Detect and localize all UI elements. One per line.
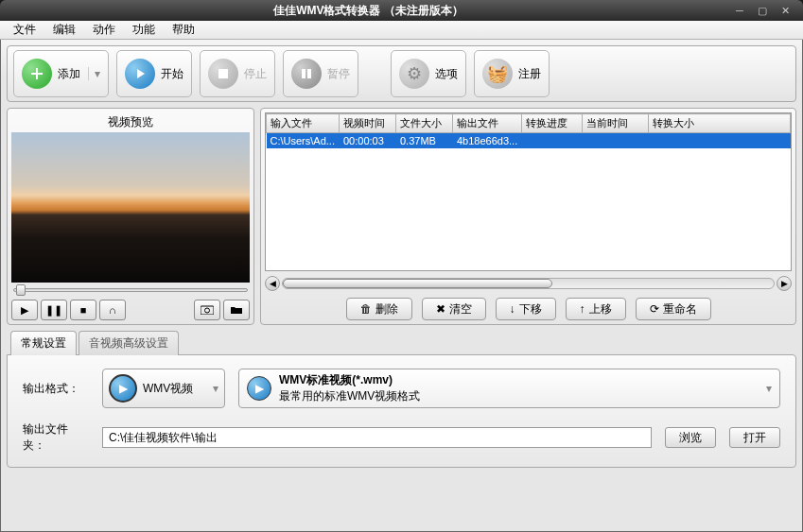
player-loop-button[interactable]: ∩ [99,300,126,320]
horizontal-scrollbar[interactable]: ◀ ▶ [265,275,792,292]
cell-size: 0.37MB [395,133,452,149]
menu-help[interactable]: 帮助 [165,20,202,40]
cell-duration: 00:00:03 [339,133,395,149]
x-icon: ✖ [436,302,445,316]
middle-area: 视频预览 ▶ ❚❚ ■ ∩ 输入文件 视频时间 [7,108,796,325]
window-title: 佳佳WMV格式转换器 （未注册版本） [8,3,729,19]
cell-output: 4b18e66d3... [452,133,521,149]
add-label: 添加 [58,66,80,82]
settings-panel: 输出格式： ▶ WMV视频 ▾ ▶ WMV标准视频(*.wmv) 最常用的标准W… [7,354,796,468]
col-progress[interactable]: 转换进度 [522,114,583,133]
seek-thumb[interactable] [16,284,26,296]
format-dropdown[interactable]: ▶ WMV视频 ▾ [102,369,225,408]
menu-function[interactable]: 功能 [125,20,163,40]
play-icon: ▶ [109,374,137,403]
scroll-right-button[interactable]: ▶ [777,276,792,291]
scroll-left-button[interactable]: ◀ [265,276,280,291]
tab-general[interactable]: 常规设置 [10,331,77,355]
open-button[interactable]: 打开 [729,427,780,448]
player-stop-button[interactable]: ■ [70,300,96,320]
menu-action[interactable]: 动作 [85,20,123,40]
window-controls: ─ ▢ ✕ [729,4,795,17]
col-input[interactable]: 输入文件 [267,114,340,133]
seek-slider[interactable] [11,283,250,298]
basket-icon: 🧺 [482,59,513,89]
format-row: 输出格式： ▶ WMV视频 ▾ ▶ WMV标准视频(*.wmv) 最常用的标准W… [23,369,780,408]
close-button[interactable]: ✕ [775,4,795,17]
move-up-button[interactable]: ↑上移 [566,298,626,320]
col-duration[interactable]: 视频时间 [339,114,395,133]
table-row[interactable]: C:\Users\Ad... 00:00:03 0.37MB 4b18e66d3… [267,133,791,149]
svg-point-4 [205,308,210,313]
rename-button[interactable]: ⟳重命名 [636,298,711,320]
main-toolbar: 添加 ▾ 开始 停止 暂停 ⚙ 选项 🧺 注册 [7,45,796,102]
cell-input: C:\Users\Ad... [267,133,340,149]
tab-advanced[interactable]: 音视频高级设置 [79,331,179,355]
svg-rect-1 [302,69,305,78]
output-path-label: 输出文件夹： [23,421,89,454]
col-current[interactable]: 当前时间 [583,114,649,133]
col-outsize[interactable]: 转换大小 [649,114,791,133]
svg-rect-3 [201,306,214,315]
preview-title: 视频预览 [11,112,250,132]
player-play-button[interactable]: ▶ [11,300,38,320]
preview-panel: 视频预览 ▶ ❚❚ ■ ∩ [7,108,254,325]
file-grid[interactable]: 输入文件 视频时间 文件大小 输出文件 转换进度 当前时间 转换大小 C:\Us… [265,112,792,271]
refresh-icon: ⟳ [650,302,659,316]
menu-bar: 文件 编辑 动作 功能 帮助 [0,21,803,40]
register-button[interactable]: 🧺 注册 [474,50,550,97]
format-label: 输出格式： [23,381,89,397]
title-bar: 佳佳WMV格式转换器 （未注册版本） ─ ▢ ✕ [0,0,803,21]
chevron-down-icon: ▾ [766,382,772,395]
move-down-button[interactable]: ↓下移 [496,298,556,320]
gear-icon: ⚙ [399,59,429,89]
options-button[interactable]: ⚙ 选项 [391,50,466,97]
menu-file[interactable]: 文件 [6,20,44,40]
start-button[interactable]: 开始 [116,50,192,97]
trash-icon: 🗑 [360,302,372,316]
minimize-button[interactable]: ─ [729,4,750,17]
chevron-down-icon: ▾ [213,382,218,395]
app-body: 添加 ▾ 开始 停止 暂停 ⚙ 选项 🧺 注册 视频预览 [0,40,803,532]
tab-strip: 常规设置 音视频高级设置 [7,331,796,355]
stop-icon [208,59,238,89]
col-size[interactable]: 文件大小 [395,114,452,133]
clear-button[interactable]: ✖清空 [422,298,486,320]
cell-current [583,133,649,149]
output-path-input[interactable] [102,427,652,448]
browse-button[interactable]: 浏览 [665,427,716,448]
stop-label: 停止 [244,66,267,82]
snapshot-button[interactable] [194,300,220,320]
dropdown-arrow-icon[interactable]: ▾ [88,67,100,80]
svg-rect-2 [307,69,311,78]
play-icon [125,59,155,89]
options-label: 选项 [435,66,458,82]
cell-outsize [649,133,791,149]
down-arrow-icon: ↓ [510,302,515,316]
col-output[interactable]: 输出文件 [452,114,521,133]
scroll-track[interactable] [282,278,775,289]
pause-label: 暂停 [327,66,350,82]
delete-button[interactable]: 🗑删除 [346,298,412,320]
scroll-thumb[interactable] [283,279,552,288]
player-controls: ▶ ❚❚ ■ ∩ [11,300,250,320]
video-preview[interactable] [11,132,250,283]
cell-progress [522,133,583,149]
format-heading: WMV标准视频(*.wmv) [279,372,420,388]
stop-button[interactable]: 停止 [200,50,275,97]
play-icon: ▶ [247,376,271,401]
format-description: 最常用的标准WMV视频格式 [279,388,420,404]
settings-area: 常规设置 音视频高级设置 输出格式： ▶ WMV视频 ▾ ▶ WMV标准视频(*… [7,331,796,468]
register-label: 注册 [518,66,541,82]
up-arrow-icon: ↑ [580,302,585,316]
folder-button[interactable] [223,300,250,320]
seek-track[interactable] [13,288,248,292]
pause-button[interactable]: 暂停 [283,50,358,97]
add-button[interactable]: 添加 ▾ [13,50,109,97]
format-name: WMV视频 [143,381,193,397]
format-description-dropdown[interactable]: ▶ WMV标准视频(*.wmv) 最常用的标准WMV视频格式 ▾ [238,369,780,408]
start-label: 开始 [161,66,183,82]
menu-edit[interactable]: 编辑 [45,20,83,40]
player-pause-button[interactable]: ❚❚ [41,300,67,320]
maximize-button[interactable]: ▢ [752,4,773,17]
